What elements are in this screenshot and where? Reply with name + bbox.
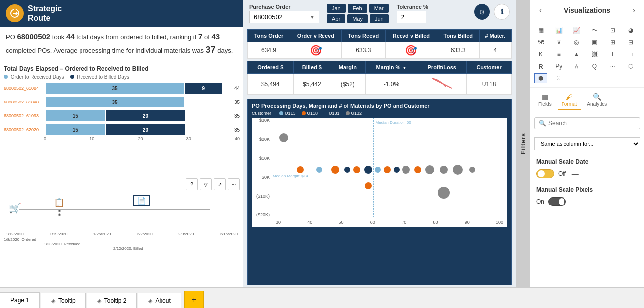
viz-icon-area[interactable]: 〜: [588, 25, 601, 35]
bar-chart: 68000502_61084 35 9 44 68000502_61090 35…: [4, 83, 240, 135]
viz-icon-button[interactable]: □: [624, 49, 637, 59]
viz-icon-custom1[interactable]: ⬡: [624, 61, 637, 71]
scatter-dot: [402, 166, 410, 174]
filters-label: Filters: [520, 133, 527, 154]
visualizations-panel: ‹ Visualizations › ▦ 📊 📈 〜 ⊡ ◕ 🗺 ⊽ ◎ ▣ ⊞…: [530, 0, 644, 287]
nav-next-button[interactable]: ›: [630, 5, 638, 16]
viz-icon-r[interactable]: R: [534, 61, 547, 71]
po-selector: Purchase Order 68000502 ▼: [249, 4, 319, 23]
svg-point-1: [14, 8, 16, 10]
viz-icon-decomp[interactable]: ⑃: [570, 61, 583, 71]
viz-icon-text[interactable]: T: [606, 49, 619, 59]
viz-icon-stacked-bar[interactable]: ▦: [534, 25, 547, 35]
same-as-column-select[interactable]: Same as column for...: [534, 137, 640, 150]
manual-scale-date-toggle[interactable]: [536, 169, 554, 178]
month-may-button[interactable]: May: [347, 14, 368, 23]
viz-icon-funnel[interactable]: ⊽: [552, 37, 565, 47]
table-1: Tons Order Order v Recvd Tons Recvd Recv…: [247, 29, 512, 59]
summary-section: PO 68000502 took 44 total days from orde…: [0, 27, 243, 61]
viz-icon-active[interactable]: ⬢: [534, 73, 547, 83]
legend-dot-u132: [346, 111, 350, 115]
month-apr-button[interactable]: Apr: [327, 14, 345, 23]
fields-icon: ▦: [542, 93, 548, 101]
toggle-thumb: [538, 170, 545, 177]
timeline-date-labels: 1/12/2020 1/19/2020 1/26/2020 2/2/2020 2…: [4, 232, 240, 236]
viz-icons-grid: ▦ 📊 📈 〜 ⊡ ◕ 🗺 ⊽ ◎ ▣ ⊞ ⊟ K ≡ ▲ 🖼 T □ R Py…: [530, 21, 644, 88]
bar-total-2: 35: [234, 100, 240, 105]
po-dropdown[interactable]: 68000502 ▼: [249, 11, 319, 23]
viz-icon-scatter[interactable]: ⊡: [606, 25, 619, 35]
search-input[interactable]: [548, 120, 636, 127]
month-mar-button[interactable]: Mar: [369, 4, 389, 13]
funnel-icon: ⊙: [479, 8, 485, 16]
bar-total-4: 35: [234, 127, 240, 133]
scatter-x-axis: 30 40 50 60 70 80 90 100: [272, 217, 507, 227]
filter-btn[interactable]: ▽: [200, 178, 212, 190]
summary-days-label: days.: [217, 47, 233, 54]
summary-days: 44: [66, 32, 75, 41]
legend-item-1: Order to Received Days: [4, 74, 64, 80]
tab-tooltip2[interactable]: ◈ Tooltip 2: [87, 293, 137, 308]
viz-icon-shape[interactable]: ▲: [570, 49, 583, 59]
bar-chart-section: Total Days Elapsed – Ordered to Received…: [0, 61, 243, 176]
info-icon: ℹ: [501, 8, 503, 16]
month-feb-button[interactable]: Feb: [348, 4, 367, 13]
manual-scale-pixels-toggle[interactable]: [548, 197, 566, 206]
viz-icon-pie[interactable]: ◕: [624, 25, 637, 35]
legend-u131: U131: [323, 111, 340, 116]
question-btn[interactable]: ?: [186, 178, 198, 190]
median-margin-line: [272, 172, 507, 172]
month-jan-button[interactable]: Jan: [327, 4, 346, 13]
viz-icon-kpi[interactable]: K: [534, 49, 547, 59]
more-btn[interactable]: ···: [228, 178, 240, 190]
summary-po-prefix: PO: [6, 33, 15, 41]
export-btn[interactable]: ↗: [214, 178, 226, 190]
col-margin-pct: Margin % ▼: [365, 61, 417, 74]
table-row: 68000502_61084 35 9 44: [4, 83, 240, 94]
po-value: 68000502: [254, 13, 283, 21]
toggle-track-on[interactable]: [548, 197, 566, 206]
toggle-track-off[interactable]: [536, 169, 554, 178]
manual-scale-pixels-section: Manual Scale Pixels On: [530, 182, 644, 210]
bar-light-2: 35: [46, 97, 184, 107]
table-row: $5,494 $5,442 ($52) -1.0% U118: [248, 74, 512, 95]
viz-icon-gauge[interactable]: ◎: [570, 37, 583, 47]
filters-sidebar[interactable]: Filters: [516, 0, 530, 287]
viz-icon-dots[interactable]: ⁙: [552, 73, 565, 83]
bar-dark-3: 20: [106, 110, 185, 121]
viz-icon-card[interactable]: ▣: [588, 37, 601, 47]
tab-page1[interactable]: Page 1: [0, 292, 40, 308]
bar-total-3: 35: [234, 113, 240, 119]
viz-icon-qna[interactable]: Q: [588, 61, 601, 71]
info-icon-button[interactable]: ℹ: [494, 4, 510, 20]
sort-down-icon: ▼: [402, 66, 406, 70]
grid-line: [272, 178, 507, 178]
summary-took: took: [52, 33, 66, 41]
tab-tooltip[interactable]: ◈ Tooltip: [41, 293, 86, 308]
viz-icon-bar[interactable]: 📊: [552, 25, 565, 35]
logo-text: Strategic Route: [28, 4, 62, 23]
filter-icon-button[interactable]: ⊙: [474, 4, 490, 20]
tolerance-input[interactable]: [397, 11, 426, 23]
add-tab-button[interactable]: +: [184, 291, 204, 308]
viz-icon-line[interactable]: 📈: [570, 25, 583, 35]
tab-analytics[interactable]: 🔍 Analytics: [583, 91, 611, 110]
tab-about[interactable]: ◈ About: [138, 293, 181, 308]
viz-icon-matrix[interactable]: ⊟: [624, 37, 637, 47]
scatter-dot: [438, 187, 450, 199]
viz-icon-slicer[interactable]: ≡: [552, 49, 565, 59]
viz-icon-image[interactable]: 🖼: [588, 49, 601, 59]
tab-fields[interactable]: ▦ Fields: [534, 91, 556, 110]
format-icon: 🖌: [566, 93, 573, 101]
summary-of: of: [204, 33, 211, 41]
viz-icon-map[interactable]: 🗺: [534, 37, 547, 47]
month-jun-button[interactable]: Jun: [370, 14, 389, 23]
grid-line: [272, 118, 507, 118]
timeline-section: ? ▽ ↗ ··· 🛒 📋 ◉◉ 📄 1/12/2020: [0, 176, 243, 287]
tab-format[interactable]: 🖌 Format: [558, 91, 581, 110]
viz-icon-more[interactable]: ···: [606, 61, 619, 71]
median-duration-line: [373, 118, 374, 217]
nav-prev-button[interactable]: ‹: [536, 5, 545, 16]
viz-icon-table[interactable]: ⊞: [606, 37, 619, 47]
viz-icon-python[interactable]: Py: [552, 61, 565, 71]
